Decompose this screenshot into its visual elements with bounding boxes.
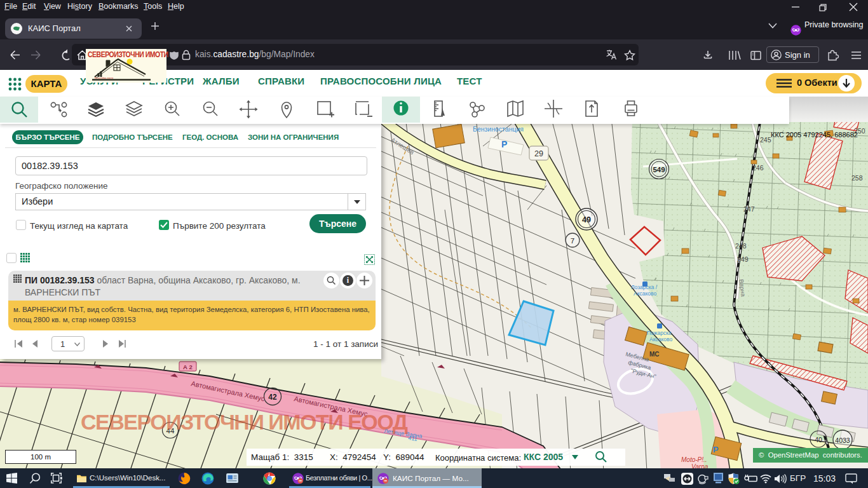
svg-text:Moto-P!..: Moto-P!.. <box>681 456 707 463</box>
svg-text:Аксаково: Аксаково <box>649 336 672 342</box>
svg-text:Пожарска: Пожарска <box>647 330 672 336</box>
svg-text:29: 29 <box>534 149 543 158</box>
svg-text:7: 7 <box>571 237 574 245</box>
svg-text:Бензиностанция: Бензиностанция <box>473 125 524 133</box>
svg-text:4033: 4033 <box>835 437 850 444</box>
svg-text:Неваляйма имоти: Неваляйма имоти <box>95 77 113 79</box>
svg-text:А 2: А 2 <box>183 363 193 370</box>
svg-text:49: 49 <box>582 215 591 224</box>
svg-text:549: 549 <box>653 166 665 173</box>
svg-text:МС: МС <box>649 351 660 358</box>
svg-text:411: 411 <box>408 435 418 442</box>
svg-text:246: 246 <box>752 164 764 172</box>
svg-text:40: 40 <box>815 436 822 444</box>
svg-text:247: 247 <box>743 205 755 213</box>
svg-text:248: 248 <box>735 242 747 250</box>
svg-text:258: 258 <box>851 174 863 182</box>
svg-text:P: P <box>501 139 507 149</box>
svg-text:P: P <box>713 445 719 454</box>
svg-text:245: 245 <box>760 136 771 144</box>
svg-text:ККС 2005 4792245, 688682: ККС 2005 4792245, 688682 <box>771 131 858 139</box>
svg-text:42: 42 <box>268 393 277 402</box>
svg-text:249: 249 <box>737 255 749 263</box>
svg-text:Аксаково: Аксаково <box>634 290 656 297</box>
